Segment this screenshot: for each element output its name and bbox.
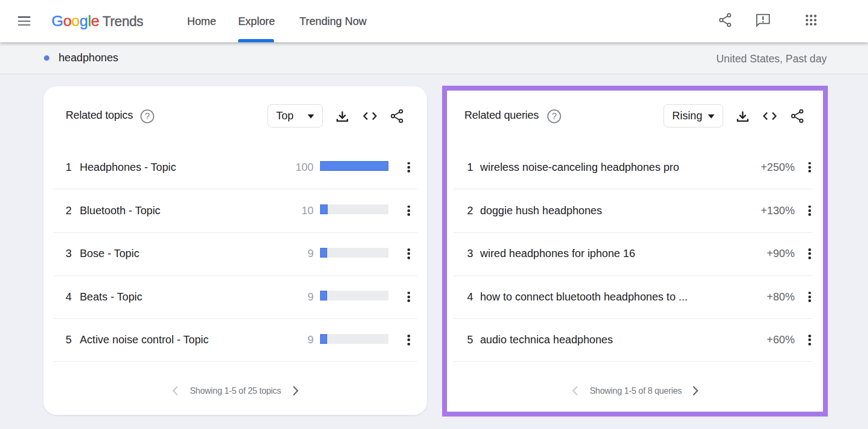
svg-text:?: ?: [145, 111, 150, 121]
svg-text:?: ?: [552, 111, 557, 121]
